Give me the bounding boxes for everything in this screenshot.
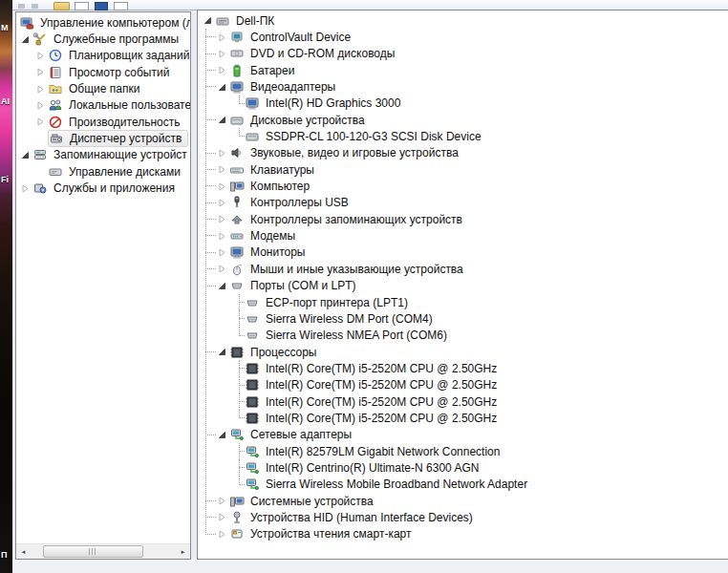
horizontal-scrollbar[interactable]: ◄ ► [16, 543, 190, 559]
cpu-icon [245, 411, 260, 426]
tree-item[interactable]: Dell-ПК [198, 12, 728, 29]
expander-spacer [35, 167, 46, 176]
expand-icon[interactable] [35, 101, 46, 110]
expand-icon[interactable] [217, 33, 227, 42]
expand-icon[interactable] [35, 52, 46, 60]
row-content: Устройства чтения смарт-карт [229, 526, 413, 541]
desktop-icon-label-fragment: AI [1, 96, 10, 106]
expand-icon[interactable] [35, 85, 46, 94]
expand-icon[interactable] [217, 182, 227, 191]
tree-item[interactable]: Службы и приложения [16, 180, 190, 196]
tree-item[interactable]: Системные устройства [198, 493, 728, 509]
tree-item[interactable]: Звуковые, видео и игровые устройства [198, 145, 728, 161]
scrollbar-thumb[interactable] [43, 545, 143, 558]
tree-item[interactable]: Диспетчер устройств [16, 130, 190, 146]
expand-icon[interactable] [217, 513, 227, 521]
tree-item[interactable]: Модемы [198, 227, 728, 244]
tree-item[interactable]: Батареи [198, 62, 728, 78]
tree-item[interactable]: Контроллеры запоминающих устройств [198, 211, 728, 227]
tree-item[interactable]: Служебные программы [16, 31, 190, 47]
collapse-icon[interactable] [217, 282, 227, 290]
expand-icon[interactable] [217, 199, 227, 207]
expand-icon[interactable] [217, 265, 227, 273]
expand-icon[interactable] [217, 232, 227, 241]
tree-item[interactable]: ECP-порт принтера (LPT1) [198, 294, 728, 310]
expand-icon[interactable] [217, 530, 227, 539]
tree-item-label: ECP-порт принтера (LPT1) [264, 296, 410, 309]
mouse-icon [229, 262, 245, 277]
collapse-icon[interactable] [217, 348, 227, 356]
tree-item[interactable]: Устройства чтения смарт-карт [198, 526, 728, 542]
tree-item[interactable]: Intel(R) Core(TM) i5-2520M CPU @ 2.50GHz [198, 393, 728, 410]
tree-item[interactable]: Запоминающие устройст [16, 147, 190, 163]
row-content: DVD и CD-ROM дисководы [229, 46, 396, 61]
expander-spacer [35, 135, 46, 143]
tree-item-label: SSDPR-CL 100-120-G3 SCSI Disk Device [264, 130, 483, 143]
tree-item[interactable]: Устройства HID (Human Interface Devices) [198, 509, 728, 525]
tree-item[interactable]: Процессоры [198, 344, 728, 360]
expand-icon[interactable] [217, 50, 227, 58]
tree-item[interactable]: Мониторы [198, 244, 728, 261]
row-content: Видеоадаптеры [229, 79, 337, 95]
expand-icon[interactable] [217, 66, 227, 74]
expander-spacer [232, 381, 243, 390]
row-content: Производительность [48, 115, 182, 130]
expand-icon[interactable] [217, 248, 227, 257]
tree-item[interactable]: Управление компьютером (л [16, 14, 190, 31]
scroll-left-button[interactable]: ◄ [16, 544, 31, 559]
tree-item[interactable]: Управление дисками [16, 163, 190, 180]
collapse-icon[interactable] [217, 83, 227, 92]
tree-item[interactable]: Intel(R) Core(TM) i5-2520M CPU @ 2.50GHz [198, 360, 728, 376]
tree-item[interactable]: Intel(R) HD Graphics 3000 [198, 96, 728, 112]
collapse-icon[interactable] [20, 35, 31, 44]
tree-item[interactable]: Компьютер [198, 178, 728, 194]
tree-item-label: Устройства HID (Human Interface Devices) [248, 511, 475, 524]
tree-item[interactable]: Intel(R) Core(TM) i5-2520M CPU @ 2.50GHz [198, 377, 728, 393]
hid-icon [229, 510, 245, 525]
tree-item-label: Intel(R) Core(TM) i5-2520M CPU @ 2.50GHz [264, 362, 499, 375]
computer-management-window: M AI Fi П Управление компьютером (лСлуже… [0, 0, 728, 573]
scroll-right-button[interactable]: ► [176, 544, 190, 559]
tree-item[interactable]: Intel(R) 82579LM Gigabit Network Connect… [198, 443, 728, 459]
tree-item[interactable]: Планировщик заданий [16, 48, 190, 64]
tree-item[interactable]: Просмотр событий [16, 64, 190, 80]
expand-icon[interactable] [35, 68, 46, 76]
tree-item[interactable]: Сетевые адаптеры [198, 427, 728, 443]
tree-item[interactable]: Intel(R) Centrino(R) Ultimate-N 6300 AGN [198, 459, 728, 476]
tree-item[interactable]: Локальные пользовате [16, 97, 190, 114]
tree-item[interactable]: Sierra Wireless NMEA Port (COM6) [198, 328, 728, 344]
tree-item-label: Intel(R) 82579LM Gigabit Network Connect… [264, 445, 502, 458]
row-content: Сетевые адаптеры [229, 427, 353, 442]
expand-icon[interactable] [217, 149, 227, 158]
expand-icon[interactable] [217, 215, 227, 223]
tree-item[interactable]: Intel(R) Core(TM) i5-2520M CPU @ 2.50GHz [198, 410, 728, 426]
tree-item[interactable]: Sierra Wireless Mobile Broadband Network… [198, 477, 728, 493]
disk-drive-icon [229, 113, 245, 128]
expand-icon[interactable] [20, 184, 31, 193]
expand-icon[interactable] [35, 117, 46, 126]
expand-icon[interactable] [217, 165, 227, 174]
tree-item[interactable]: Клавиатуры [198, 161, 728, 178]
port-icon [245, 311, 260, 327]
expander-spacer [232, 298, 243, 307]
collapse-icon[interactable] [217, 431, 227, 439]
storage-icon [32, 147, 48, 162]
collapse-icon[interactable] [217, 116, 227, 124]
row-content: Служебные программы [32, 32, 181, 47]
tree-item[interactable]: DVD и CD-ROM дисководы [198, 46, 728, 62]
tree-item[interactable]: Видеоадаптеры [198, 78, 728, 95]
tree-item[interactable]: Общие папки [16, 80, 190, 96]
tree-item[interactable]: Дисковые устройства [198, 112, 728, 128]
collapse-icon[interactable] [20, 151, 31, 159]
tree-item[interactable]: Контроллеры USB [198, 195, 728, 211]
display-adapter-icon [229, 79, 245, 95]
collapse-icon[interactable] [203, 16, 213, 25]
tree-item[interactable]: SSDPR-CL 100-120-G3 SCSI Disk Device [198, 128, 728, 144]
tree-item[interactable]: Производительность [16, 114, 190, 130]
tree-item[interactable]: Мыши и иные указывающие устройства [198, 261, 728, 277]
tree-item[interactable]: ControlVault Device [198, 29, 728, 45]
scrollbar-track[interactable] [31, 544, 176, 559]
tree-item[interactable]: Порты (COM и LPT) [198, 278, 728, 294]
expand-icon[interactable] [217, 497, 227, 505]
tree-item[interactable]: Sierra Wireless DM Port (COM4) [198, 310, 728, 327]
